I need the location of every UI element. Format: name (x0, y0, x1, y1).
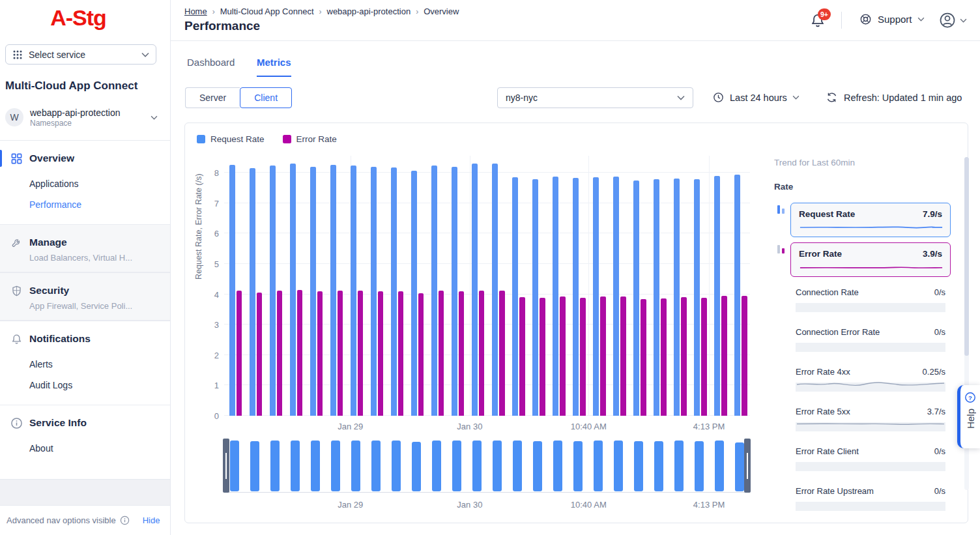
user-account-menu[interactable] (938, 11, 967, 29)
trend-row-error-rate-client[interactable]: Error Rate Client0/s (796, 446, 945, 471)
request-rate-bar (330, 165, 336, 416)
refresh-button[interactable]: Refresh: Updated 1 min ago (826, 91, 962, 104)
brush-tick-label: Jan 30 (457, 500, 482, 510)
brush-tick-label: Jan 29 (338, 500, 363, 510)
tab-metrics[interactable]: Metrics (257, 57, 291, 78)
v-gridline (588, 156, 589, 416)
main-bar-chart: 012345678 (224, 156, 750, 416)
trend-row-label: Error Rate 4xx (796, 367, 850, 377)
nav-header-manage[interactable]: Manage (0, 233, 170, 252)
error-rate-bar (297, 290, 303, 416)
trend-row-connection-rate[interactable]: Connection Rate0/s (796, 287, 945, 312)
breadcrumb-item-1[interactable]: Home (184, 7, 207, 16)
sidebar: A-Stg Select service Multi-Cloud App Con… (0, 0, 171, 535)
trend-row-error-rate-upstream[interactable]: Error Rate Upstream0/s (796, 486, 945, 511)
sidebar-nav: OverviewApplicationsPerformanceManageLoa… (0, 141, 170, 479)
error-rate-bar (742, 296, 747, 416)
nav-header-overview[interactable]: Overview (0, 149, 170, 168)
error-rate-bar (418, 293, 424, 416)
legend-error-rate[interactable]: Error Rate (283, 134, 337, 144)
sidebar-item-audit-logs[interactable]: Audit Logs (0, 375, 170, 396)
brand-logo: A-Stg (0, 5, 156, 31)
brush-bar (695, 441, 704, 491)
legend-request-rate[interactable]: Request Rate (197, 134, 265, 144)
trend-card-request-rate[interactable]: Request Rate7.9/s (790, 203, 951, 237)
namespace-selector[interactable]: W webapp-api-protection Namespace (5, 106, 162, 128)
error-rate-bar (560, 296, 566, 416)
sidebar-item-performance[interactable]: Performance (0, 194, 170, 215)
request-rate-bar (371, 167, 377, 416)
chevron-down-icon (141, 52, 149, 57)
metrics-chart-card: Request RateError Rate Request Rate, Err… (184, 123, 968, 523)
support-lifebuoy-icon (859, 12, 872, 26)
trend-row-header: Error Rate Upstream0/s (796, 486, 945, 496)
trend-card-value: 3.9/s (923, 249, 942, 259)
error-rate-bar (641, 299, 646, 416)
trend-row-sparkline (796, 343, 945, 352)
trend-row-error-rate-5xx[interactable]: Error Rate 5xx3.7/s (796, 407, 945, 431)
metric-bars-icon (775, 203, 788, 216)
tab-dashboard[interactable]: Dashboard (187, 57, 235, 76)
error-rate-bar (681, 297, 687, 416)
site-select-value: ny8-nyc (506, 93, 538, 103)
brush-handle-right[interactable] (744, 439, 751, 493)
trend-card-label: Request Rate (799, 209, 855, 219)
error-rate-bar (338, 291, 343, 416)
trend-panel-title: Trend for Last 60min (774, 158, 855, 167)
trend-row-label: Connection Error Rate (796, 327, 880, 337)
request-rate-bar (714, 176, 720, 416)
h-gridline (224, 384, 750, 385)
select-service-dropdown[interactable]: Select service (5, 44, 156, 65)
sidebar-item-applications[interactable]: Applications (0, 173, 170, 194)
y-tick-label: 6 (197, 229, 219, 239)
h-gridline (224, 324, 750, 325)
error-rate-bar (721, 296, 727, 416)
time-range-select[interactable]: Last 24 hours (712, 91, 800, 104)
y-tick-label: 3 (197, 320, 219, 330)
time-brush-chart[interactable] (224, 439, 750, 493)
nav-header-service-info[interactable]: Service Info (0, 413, 170, 433)
y-tick-label: 8 (197, 168, 219, 178)
trend-row-header: Connection Error Rate0/s (796, 327, 945, 337)
toggle-client[interactable]: Client (240, 87, 292, 108)
nav-header-security[interactable]: Security (0, 281, 170, 300)
request-rate-bar (674, 179, 680, 416)
trend-row-error-rate-4xx[interactable]: Error Rate 4xx0.25/s (796, 367, 945, 392)
breadcrumb: Home›Multi-Cloud App Connect›webapp-api-… (184, 7, 459, 16)
breadcrumb-item-2[interactable]: Multi-Cloud App Connect (220, 7, 314, 16)
panel-scrollbar-thumb[interactable] (964, 157, 969, 356)
support-menu[interactable]: Support (859, 12, 925, 26)
sidebar-item-about[interactable]: About (0, 438, 170, 459)
support-label: Support (878, 14, 912, 25)
site-select[interactable]: ny8-nyc (497, 87, 693, 108)
toggle-server[interactable]: Server (185, 87, 240, 108)
help-button[interactable]: ? Help (957, 385, 980, 448)
nav-label-overview: Overview (29, 152, 74, 164)
y-tick-label: 5 (197, 259, 219, 269)
trend-row-connection-error-rate[interactable]: Connection Error Rate0/s (796, 327, 945, 352)
controls-row: ServerClient ny8-nyc Last 24 hours (171, 77, 980, 123)
active-indicator (0, 150, 2, 167)
brush-tick-label: 10:40 AM (571, 500, 607, 510)
hide-advanced-nav-link[interactable]: Hide (143, 515, 160, 525)
nav-label-service-info: Service Info (29, 417, 87, 429)
notifications-badge: 9+ (818, 8, 831, 20)
breadcrumb-separator: › (319, 7, 322, 16)
nav-subtitle-manage: Load Balancers, Virtual H... (29, 253, 170, 263)
h-gridline (224, 233, 750, 233)
clock-icon (712, 91, 725, 104)
error-rate-bar (519, 297, 525, 416)
error-rate-bar (540, 298, 545, 416)
x-tick-label: 4:13 PM (693, 422, 725, 431)
error-rate-bar (358, 291, 364, 416)
breadcrumb-item-4[interactable]: Overview (424, 7, 459, 16)
bell-icon (10, 333, 23, 345)
breadcrumb-item-3[interactable]: webapp-api-protection (327, 7, 411, 16)
x-tick-label: Jan 29 (338, 422, 363, 431)
nav-items-service-info: About (0, 438, 170, 459)
trend-card-error-rate[interactable]: Error Rate3.9/s (790, 242, 951, 277)
brush-bar (250, 441, 259, 491)
nav-header-notifications[interactable]: Notifications (0, 329, 170, 349)
sidebar-item-alerts[interactable]: Alerts (0, 354, 170, 375)
brush-handle-left[interactable] (223, 439, 229, 493)
